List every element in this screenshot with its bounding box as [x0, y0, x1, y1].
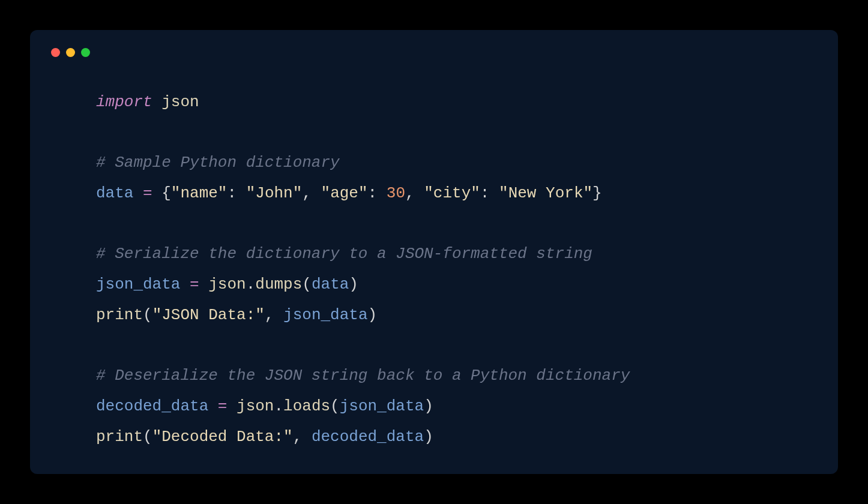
- object-json: json: [208, 275, 246, 293]
- builtin-print: print: [96, 428, 143, 446]
- function-dumps: dumps: [255, 275, 302, 293]
- dict-key-name: "name": [171, 184, 228, 202]
- arg-json-data: json_data: [340, 397, 424, 415]
- object-json: json: [237, 397, 274, 415]
- dict-value-john: "John": [246, 184, 303, 202]
- comment: # Deserialize the JSON string back to a …: [96, 367, 630, 385]
- function-loads: loads: [283, 397, 330, 415]
- operator-assign: =: [190, 275, 199, 293]
- maximize-button[interactable]: [81, 48, 90, 57]
- arg-json-data: json_data: [283, 306, 367, 324]
- operator-assign: =: [143, 184, 152, 202]
- minimize-button[interactable]: [66, 48, 75, 57]
- builtin-print: print: [96, 306, 143, 324]
- variable-json-data: json_data: [96, 275, 180, 293]
- operator-assign: =: [218, 397, 228, 415]
- keyword-import: import: [96, 93, 152, 111]
- brace-open: {: [161, 184, 171, 202]
- arg-decoded-data: decoded_data: [312, 428, 424, 446]
- brace-close: }: [592, 184, 602, 202]
- code-editor[interactable]: import json # Sample Python dictionary d…: [54, 87, 814, 452]
- module-json: json: [161, 93, 199, 111]
- arg-data: data: [312, 275, 349, 293]
- dict-value-newyork: "New York": [499, 184, 592, 202]
- string-json-data-label: "JSON Data:": [152, 306, 265, 324]
- code-line-12: print("Decoded Data:", decoded_data): [96, 428, 433, 446]
- string-decoded-data-label: "Decoded Data:": [152, 428, 293, 446]
- code-line-1: import json: [96, 93, 199, 111]
- code-line-8: print("JSON Data:", json_data): [96, 306, 377, 324]
- comment: # Sample Python dictionary: [96, 154, 340, 172]
- code-line-10: # Deserialize the JSON string back to a …: [96, 367, 630, 385]
- code-line-4: data = {"name": "John", "age": 30, "city…: [96, 184, 602, 202]
- close-button[interactable]: [51, 48, 60, 57]
- variable-data: data: [96, 184, 133, 202]
- dict-value-30: 30: [387, 184, 405, 202]
- comment: # Serialize the dictionary to a JSON-for…: [96, 245, 592, 263]
- code-line-6: # Serialize the dictionary to a JSON-for…: [96, 245, 592, 263]
- dict-key-age: "age": [321, 184, 368, 202]
- code-line-7: json_data = json.dumps(data): [96, 275, 358, 293]
- window-controls: [51, 48, 814, 57]
- code-line-3: # Sample Python dictionary: [96, 154, 340, 172]
- code-window: import json # Sample Python dictionary d…: [30, 30, 838, 474]
- variable-decoded-data: decoded_data: [96, 397, 208, 415]
- code-line-11: decoded_data = json.loads(json_data): [96, 397, 433, 415]
- dict-key-city: "city": [424, 184, 480, 202]
